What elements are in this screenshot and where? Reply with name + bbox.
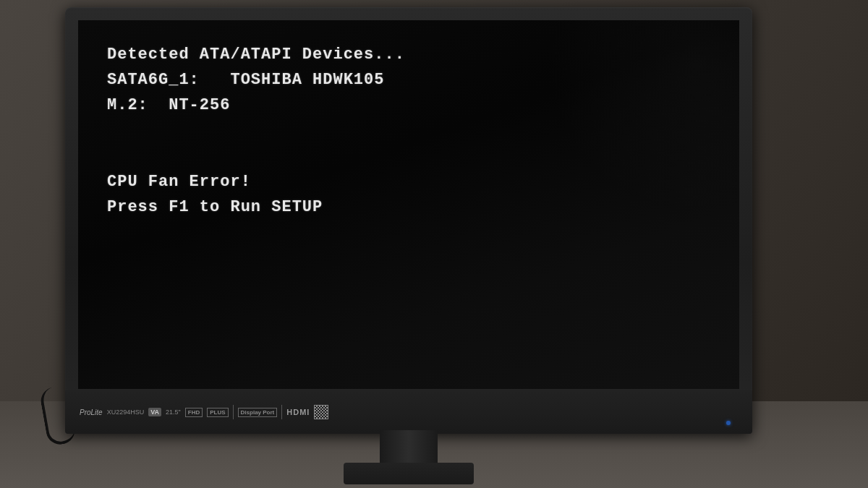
monitor-label-area: ProLite XU2294HSU VA 21.5" FHD PLUS Disp… <box>80 405 328 419</box>
bios-line-6: CPU Fan Error! <box>107 169 405 194</box>
bios-line-3: M.2: NT-256 <box>107 93 405 118</box>
bios-output: Detected ATA/ATAPI Devices... SATA6G_1: … <box>107 42 405 220</box>
bezel-divider-2 <box>281 405 282 419</box>
screen-glare <box>522 20 739 237</box>
bios-line-2: SATA6G_1: TOSHIBA HDWK105 <box>107 67 405 93</box>
scene: Detected ATA/ATAPI Devices... SATA6G_1: … <box>0 0 868 488</box>
bios-blank-2 <box>107 144 405 169</box>
fhd-badge: FHD <box>185 408 203 417</box>
va-badge: VA <box>148 408 161 416</box>
qr-code <box>314 405 328 419</box>
bios-line-7: Press F1 to Run SETUP <box>107 194 405 220</box>
monitor-size-label: 21.5" <box>166 408 181 416</box>
monitor: Detected ATA/ATAPI Devices... SATA6G_1: … <box>65 7 752 434</box>
bezel-divider <box>233 405 234 419</box>
bios-line-1: Detected ATA/ATAPI Devices... <box>107 42 405 67</box>
monitor-bottom-bezel: ProLite XU2294HSU VA 21.5" FHD PLUS Disp… <box>65 390 752 434</box>
hdmi-badge: HDMI <box>286 408 310 416</box>
monitor-model-label: XU2294HSU <box>107 408 145 416</box>
fhd-badge-2: PLUS <box>207 408 228 417</box>
monitor-stand-base <box>344 463 474 484</box>
bios-blank-1 <box>107 119 405 144</box>
power-indicator <box>726 421 731 425</box>
monitor-brand-name: ProLite <box>80 408 103 416</box>
monitor-screen: Detected ATA/ATAPI Devices... SATA6G_1: … <box>78 20 739 389</box>
dp-badge: Display Port <box>238 408 278 417</box>
